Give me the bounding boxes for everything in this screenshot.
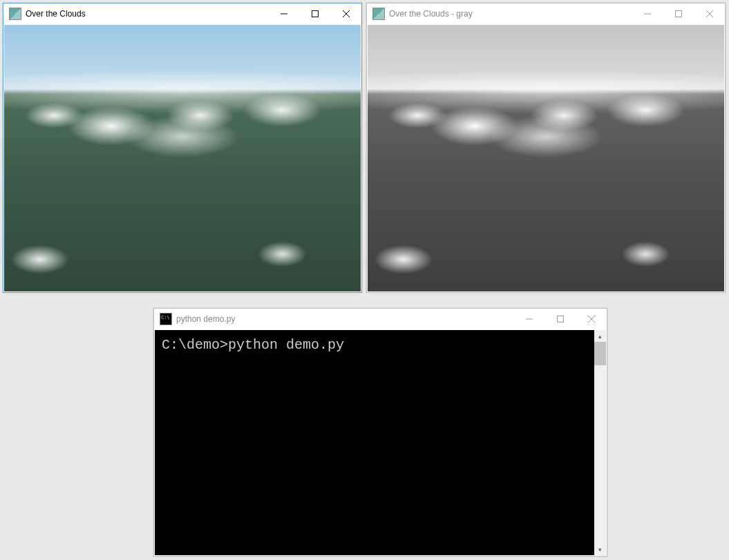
window-title: Over the Clouds - gray xyxy=(389,9,478,19)
maximize-button[interactable] xyxy=(545,309,576,329)
image-viewport xyxy=(4,25,361,291)
window-title: python demo.py xyxy=(176,314,240,324)
console-output[interactable]: C:\demo>python demo.py xyxy=(155,330,594,555)
aerial-clouds-image-gray xyxy=(368,25,724,291)
window-console[interactable]: python demo.py C:\demo>python demo.py ▴ … xyxy=(153,308,607,557)
window-over-the-clouds[interactable]: Over the Clouds xyxy=(3,3,362,293)
window-title: Over the Clouds xyxy=(26,9,91,19)
svg-rect-9 xyxy=(557,316,563,322)
titlebar[interactable]: Over the Clouds - gray xyxy=(367,3,725,24)
close-button[interactable] xyxy=(576,309,607,329)
maximize-button[interactable] xyxy=(299,3,330,24)
aerial-clouds-image xyxy=(4,25,361,291)
image-viewport xyxy=(368,25,724,291)
scroll-down-button[interactable]: ▾ xyxy=(594,543,606,555)
opencv-icon xyxy=(372,8,385,20)
vertical-scrollbar[interactable]: ▴ ▾ xyxy=(594,330,606,555)
close-button[interactable] xyxy=(694,3,725,24)
close-button[interactable] xyxy=(330,3,361,24)
minimize-button[interactable] xyxy=(268,3,299,24)
window-over-the-clouds-gray[interactable]: Over the Clouds - gray xyxy=(366,3,726,293)
svg-rect-1 xyxy=(312,11,318,17)
desktop: Over the Clouds Over the Clouds - gray p… xyxy=(0,0,729,560)
scroll-thumb[interactable] xyxy=(594,342,606,365)
minimize-button[interactable] xyxy=(513,309,545,329)
cmd-icon xyxy=(160,313,172,325)
titlebar[interactable]: python demo.py xyxy=(154,309,607,329)
scroll-up-button[interactable]: ▴ xyxy=(594,330,606,342)
minimize-button[interactable] xyxy=(632,3,663,24)
titlebar[interactable]: Over the Clouds xyxy=(3,3,361,24)
opencv-icon xyxy=(9,8,21,20)
svg-rect-5 xyxy=(675,11,681,17)
maximize-button[interactable] xyxy=(663,3,694,24)
console-line: C:\demo>python demo.py xyxy=(162,334,587,356)
